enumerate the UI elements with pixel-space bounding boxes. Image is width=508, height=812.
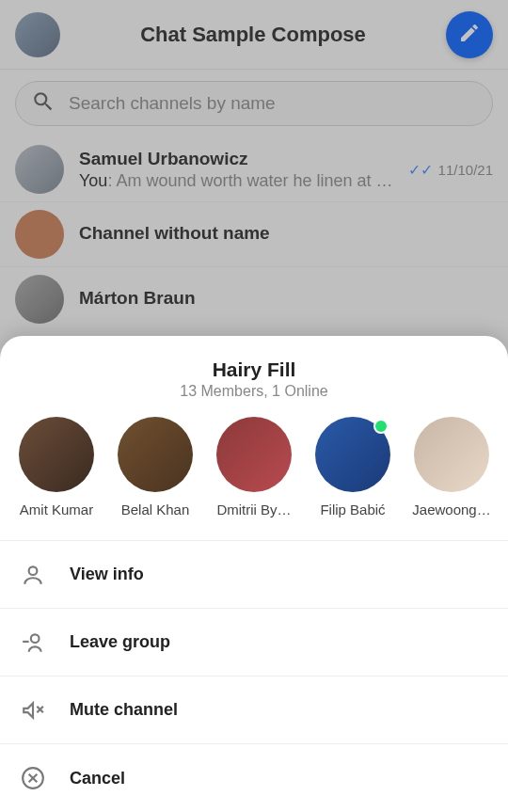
member-avatar — [118, 417, 193, 492]
member-item[interactable]: Jaewoong… — [406, 417, 497, 517]
member-avatar — [315, 417, 390, 492]
svg-point-1 — [31, 634, 40, 643]
cancel-button[interactable]: Cancel — [0, 744, 508, 812]
member-name: Dmitrii By… — [209, 502, 299, 517]
person-icon — [21, 563, 45, 587]
action-label: Cancel — [70, 769, 125, 788]
action-label: Leave group — [70, 632, 170, 652]
member-name: Amit Kumar — [11, 502, 102, 517]
mute-channel-button[interactable]: Mute channel — [0, 677, 508, 744]
member-item[interactable]: Belal Khan — [110, 417, 200, 517]
member-item[interactable]: Filip Babić — [308, 417, 398, 517]
close-icon — [21, 766, 45, 790]
leave-icon — [21, 630, 45, 655]
sheet-header: Hairy Fill 13 Members, 1 Online — [0, 358, 508, 400]
member-name: Filip Babić — [308, 502, 398, 517]
members-row[interactable]: Amit Kumar Belal Khan Dmitrii By… Filip … — [0, 417, 508, 541]
member-name: Jaewoong… — [406, 502, 497, 517]
leave-group-button[interactable]: Leave group — [0, 609, 508, 677]
member-item[interactable]: Amit Kumar — [11, 417, 102, 517]
member-avatar — [216, 417, 292, 492]
sheet-subtitle: 13 Members, 1 Online — [0, 383, 508, 400]
sheet-actions: View info Leave group Mute channel Cance… — [0, 541, 508, 812]
action-label: View info — [70, 565, 144, 584]
action-label: Mute channel — [70, 700, 178, 720]
svg-point-0 — [29, 566, 38, 575]
member-name: Belal Khan — [110, 502, 200, 517]
view-info-button[interactable]: View info — [0, 541, 508, 609]
channel-info-sheet: Hairy Fill 13 Members, 1 Online Amit Kum… — [0, 336, 508, 812]
mute-icon — [21, 698, 45, 723]
member-avatar — [414, 417, 489, 492]
online-indicator-icon — [373, 419, 389, 434]
member-item[interactable]: Dmitrii By… — [209, 417, 299, 517]
member-avatar — [19, 417, 94, 492]
sheet-title: Hairy Fill — [0, 358, 508, 381]
